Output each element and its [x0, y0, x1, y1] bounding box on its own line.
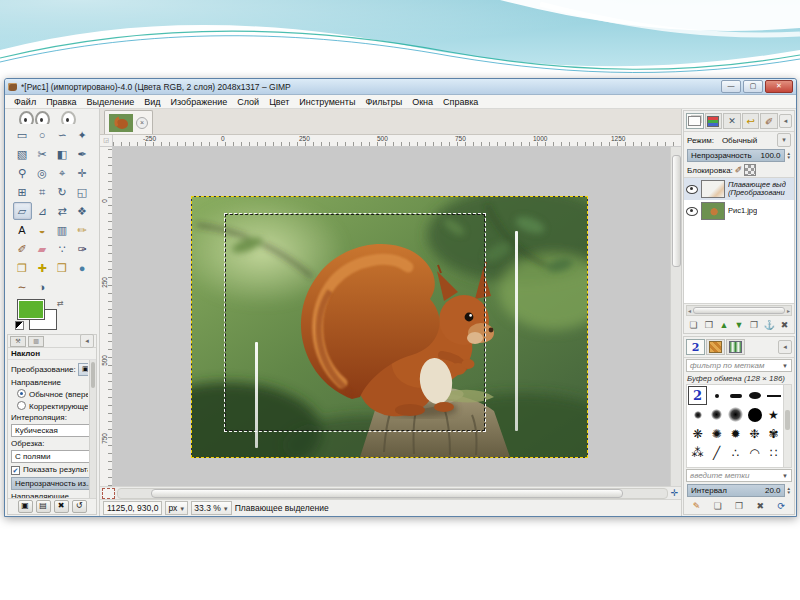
tool-ellipse-select[interactable]: ○ — [33, 126, 52, 144]
brush-star[interactable]: ★ — [765, 406, 782, 423]
radio-icon[interactable] — [17, 401, 26, 410]
tool-paths[interactable]: ✒ — [73, 145, 92, 163]
menu-Фильтры[interactable]: Фильтры — [360, 97, 407, 107]
menu-Выделение[interactable]: Выделение — [82, 97, 140, 107]
refresh-brushes[interactable]: ⟳ — [774, 499, 788, 513]
quickmask-toggle[interactable] — [102, 488, 115, 499]
menu-Изображение[interactable]: Изображение — [166, 97, 233, 107]
tool-align[interactable]: ⊞ — [13, 183, 32, 201]
tool-gradient[interactable]: ▥ — [53, 221, 72, 239]
tab-channels[interactable] — [705, 113, 723, 129]
lock-alpha-icon[interactable] — [744, 164, 756, 176]
horizontal-ruler[interactable]: -2500250500750100012501500 — [113, 135, 681, 147]
tool-ink[interactable]: ✑ — [73, 240, 92, 258]
menu-Файл[interactable]: Файл — [9, 97, 41, 107]
new-layer[interactable]: ❏ — [687, 318, 701, 332]
tool-eraser[interactable]: ▰ — [33, 240, 52, 258]
tab-patterns[interactable] — [706, 339, 725, 355]
tool-fuzzy-select[interactable]: ✦ — [73, 126, 92, 144]
menu-Слой[interactable]: Слой — [232, 97, 264, 107]
duplicate-layer[interactable]: ❐ — [747, 318, 761, 332]
brush-dome[interactable]: ◠ — [746, 444, 763, 461]
maximize-button[interactable]: ▢ — [743, 80, 763, 93]
tool-perspective-clone[interactable]: ❒ — [53, 259, 72, 277]
radio-icon[interactable] — [17, 389, 26, 398]
image-tab[interactable]: × — [104, 110, 153, 134]
tool-select-by-color[interactable]: ▧ — [13, 145, 32, 163]
direction-option-corrective[interactable]: Корректирующее (на — [11, 401, 88, 411]
foreground-color-swatch[interactable] — [17, 299, 45, 320]
clipboard-brush[interactable]: 2 — [689, 387, 706, 404]
clipping-dropdown[interactable]: С полями — [11, 450, 91, 463]
brush-dash[interactable] — [727, 387, 744, 404]
navigation-button[interactable]: ✛ — [668, 488, 681, 498]
dock-menu-button[interactable]: ◂ — [778, 340, 792, 354]
direction-option-normal[interactable]: Обычное (вперед) — [11, 389, 88, 399]
brush-splatter-2[interactable]: ✺ — [708, 425, 725, 442]
brush-dot[interactable] — [708, 387, 725, 404]
tool-text[interactable]: A — [13, 221, 32, 239]
save-options[interactable]: ▣ — [18, 500, 33, 513]
tool-heal[interactable]: ✚ — [33, 259, 52, 277]
checkbox-icon[interactable]: ✔ — [11, 466, 20, 475]
edit-brush[interactable]: ✎ — [690, 499, 704, 513]
close-button[interactable]: ✕ — [765, 80, 793, 93]
tool-flip[interactable]: ⇄ — [53, 202, 72, 220]
interpolation-dropdown[interactable]: Кубическая — [11, 424, 91, 437]
tab-brush-editor[interactable]: ✐ — [760, 113, 778, 129]
new-brush[interactable]: ❏ — [711, 499, 725, 513]
tool-rotate[interactable]: ↻ — [53, 183, 72, 201]
menu-Правка[interactable]: Правка — [41, 97, 81, 107]
opacity-slider[interactable]: Непрозрачность из... — [11, 477, 95, 490]
spacing-slider[interactable]: Интервал 20.0 — [687, 484, 785, 497]
brush-oval[interactable] — [746, 387, 763, 404]
dock-menu-button[interactable]: ◂ — [779, 114, 792, 128]
title-bar[interactable]: *[Рис1] (импортировано)-4.0 (Цвета RGB, … — [5, 79, 796, 95]
lock-pixels-icon[interactable]: ✐ — [735, 165, 743, 175]
tool-scissors-select[interactable]: ✂ — [33, 145, 52, 163]
restore-options[interactable]: ▤ — [36, 500, 51, 513]
tool-clone[interactable]: ❐ — [13, 259, 32, 277]
tool-zoom[interactable]: ◎ — [33, 164, 52, 182]
tool-options-tab-icon[interactable]: ⚒ — [10, 336, 26, 347]
brush-circle[interactable] — [746, 406, 763, 423]
visibility-eye-icon[interactable] — [686, 207, 698, 216]
delete-brush[interactable]: ✖ — [753, 499, 767, 513]
delete-options[interactable]: ✖ — [54, 500, 69, 513]
brush-dots[interactable]: ∷ — [765, 444, 782, 461]
brush-splatter-1[interactable]: ❋ — [689, 425, 706, 442]
preview-checkbox-row[interactable]: ✔Показать результат — [11, 465, 88, 475]
tab-paths[interactable]: ✕ — [723, 113, 741, 129]
menu-Вид[interactable]: Вид — [139, 97, 165, 107]
tab-close-icon[interactable]: × — [136, 117, 148, 129]
horizontal-scrollbar[interactable] — [117, 488, 668, 499]
brush-grid-scrollbar[interactable] — [783, 385, 791, 467]
opacity-spinner[interactable]: ▲▼ — [787, 152, 791, 160]
brush-fuzzy-small[interactable] — [689, 406, 706, 423]
lower-layer[interactable]: ▼ — [732, 318, 746, 332]
tool-bucket-fill[interactable]: ◒ — [33, 221, 52, 239]
tab-brushes[interactable]: 2 — [686, 339, 705, 355]
brush-splatter-5[interactable]: ✾ — [765, 425, 782, 442]
brush-chalk[interactable]: ⁂ — [689, 444, 706, 461]
brush-splatter-4[interactable]: ❉ — [746, 425, 763, 442]
minimize-button[interactable]: — — [721, 80, 741, 93]
selection-marquee[interactable] — [224, 213, 486, 432]
image-layer[interactable] — [192, 197, 587, 457]
tool-scale[interactable]: ◱ — [73, 183, 92, 201]
brush-tags-field[interactable]: введите метки ▼ — [686, 469, 792, 482]
brush-scatter[interactable]: ∴ — [727, 444, 744, 461]
vertical-scrollbar[interactable] — [670, 147, 681, 486]
tab-undo-history[interactable]: ↩ — [742, 113, 760, 129]
visibility-eye-icon[interactable] — [686, 185, 698, 194]
menu-Инструменты[interactable]: Инструменты — [294, 97, 360, 107]
transform-layer-button[interactable]: ▣ — [78, 363, 88, 376]
brush-line[interactable] — [765, 387, 782, 404]
opacity-slider[interactable]: Непрозрачность 100.0 — [687, 149, 785, 162]
brush-fuzzy-large[interactable] — [727, 406, 744, 423]
layer-row-background[interactable]: Рис1.jpg — [684, 200, 794, 222]
mode-dropdown-button[interactable]: ▾ — [777, 133, 791, 147]
brush-slash[interactable]: ╱ — [708, 444, 725, 461]
tool-crop[interactable]: ⌗ — [33, 183, 52, 201]
layer-list-scrollbar[interactable]: ◂▸ — [686, 305, 792, 316]
